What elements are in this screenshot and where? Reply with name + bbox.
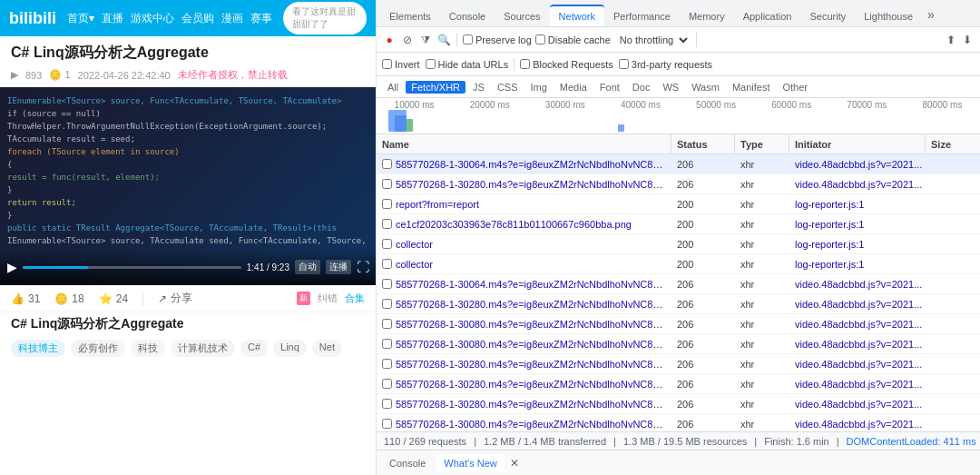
share-button[interactable]: ↗ 分享 [158, 291, 192, 306]
bilibili-logo[interactable]: bilibili [9, 9, 56, 28]
disable-cache-input[interactable] [535, 35, 545, 45]
row-checkbox[interactable] [382, 419, 392, 429]
more-tabs-icon[interactable]: » [922, 3, 940, 26]
tab-console[interactable]: Console [440, 6, 495, 26]
auto-tag[interactable]: 自动 [295, 260, 320, 274]
filter-ws[interactable]: WS [657, 81, 684, 94]
row-checkbox[interactable] [382, 339, 392, 349]
table-row[interactable]: 585770268-1-30280.m4s?e=ig8euxZM2rNcNbdl… [377, 294, 980, 314]
import-icon[interactable]: ⬆ [944, 33, 958, 47]
clear-button[interactable]: ⊘ [400, 33, 415, 47]
video-player[interactable]: IEnumerable<TSource> source, Func<TAccum… [0, 87, 377, 285]
preserve-log-input[interactable] [463, 35, 473, 45]
collection-link[interactable]: 合集 [345, 292, 365, 305]
filter-media[interactable]: Media [554, 81, 593, 94]
row-checkbox[interactable] [382, 159, 392, 169]
hide-data-urls-input[interactable] [426, 59, 436, 69]
table-row[interactable]: 585770268-1-30064.m4s?e=ig8euxZM2rNcNbdl… [377, 154, 980, 174]
like-action[interactable]: 👍 31 [11, 292, 40, 305]
filter-doc[interactable]: Doc [627, 81, 656, 94]
table-row[interactable]: collector 200 xhr log-reporter.js:1 [377, 234, 980, 254]
tab-sources[interactable]: Sources [495, 6, 549, 26]
nav-home[interactable]: 首页▾ [67, 11, 94, 26]
row-checkbox[interactable] [382, 279, 392, 289]
nav-live[interactable]: 直播 [102, 11, 123, 26]
row-checkbox[interactable] [382, 199, 392, 209]
table-row[interactable]: ce1cf20203c303963e78c811b01100667c960bba… [377, 214, 980, 234]
tag-cs[interactable]: 计算机技术 [171, 340, 235, 357]
filter-css[interactable]: CSS [492, 81, 524, 94]
initiator-link[interactable]: video.48adcbbd.js?v=2021... [795, 159, 922, 170]
third-party-checkbox[interactable]: 3rd-party requests [619, 59, 712, 70]
table-row[interactable]: 585770268-1-30080.m4s?e=ig8euxZM2rNcNbdl… [377, 334, 980, 354]
row-checkbox[interactable] [382, 259, 392, 269]
table-row[interactable]: 585770268-1-30280.m4s?e=ig8euxZM2rNcNbdl… [377, 354, 980, 374]
row-checkbox[interactable] [382, 219, 392, 229]
initiator-link[interactable]: video.48adcbbd.js?v=2021... [795, 279, 922, 290]
initiator-link[interactable]: log-reporter.js:1 [795, 259, 864, 270]
initiator-link[interactable]: video.48adcbbd.js?v=2021... [795, 359, 922, 370]
filter-fetch-xhr[interactable]: Fetch/XHR [406, 81, 466, 94]
initiator-link[interactable]: video.48adcbbd.js?v=2021... [795, 299, 922, 310]
filter-font[interactable]: Font [594, 81, 625, 94]
tag-csharp[interactable]: C# [240, 340, 268, 357]
nav-events[interactable]: 赛事 [250, 11, 272, 26]
table-row[interactable]: 585770268-1-30280.m4s?e=ig8euxZM2rNcNbdl… [377, 394, 980, 414]
tab-application[interactable]: Application [734, 6, 801, 26]
preserve-log-checkbox[interactable]: Preserve log [463, 35, 532, 45]
third-party-input[interactable] [619, 59, 629, 69]
initiator-link[interactable]: log-reporter.js:1 [795, 219, 864, 230]
export-icon[interactable]: ⬇ [960, 33, 975, 47]
close-bottom-tab-icon[interactable]: ✕ [508, 455, 521, 471]
nav-game[interactable]: 游戏中心 [131, 11, 174, 26]
tag-creator[interactable]: 必剪创作 [71, 340, 125, 357]
filter-button[interactable]: ⧩ [418, 33, 433, 47]
table-row[interactable]: report?from=report 200 xhr log-reporter.… [377, 194, 980, 214]
initiator-link[interactable]: video.48adcbbd.js?v=2021... [795, 399, 922, 410]
invert-input[interactable] [382, 59, 392, 69]
row-checkbox[interactable] [382, 359, 392, 369]
fullscreen-button[interactable]: ⛶ [357, 260, 369, 274]
tag-net[interactable]: Net [312, 340, 342, 357]
table-row[interactable]: 585770268-1-30064.m4s?e=ig8euxZM2rNcNbdl… [377, 274, 980, 294]
filter-img[interactable]: Img [525, 81, 553, 94]
initiator-link[interactable]: video.48adcbbd.js?v=2021... [795, 419, 922, 430]
initiator-link[interactable]: video.48adcbbd.js?v=2021... [795, 319, 922, 330]
initiator-link[interactable]: video.48adcbbd.js?v=2021... [795, 379, 922, 390]
tab-security[interactable]: Security [800, 6, 855, 26]
blocked-requests-checkbox[interactable]: Blocked Requests [520, 59, 613, 70]
coin-action[interactable]: 🪙 18 [54, 292, 83, 305]
playlist-tag[interactable]: 连播 [326, 260, 351, 274]
table-row[interactable]: 585770268-1-30280.m4s?e=ig8euxZM2rNcNbdl… [377, 374, 980, 394]
filter-manifest[interactable]: Manifest [727, 81, 776, 94]
table-row[interactable]: collector 200 xhr log-reporter.js:1 [377, 254, 980, 274]
hide-data-urls-checkbox[interactable]: Hide data URLs [426, 59, 509, 70]
table-row[interactable]: 585770268-1-30080.m4s?e=ig8euxZM2rNcNbdl… [377, 314, 980, 334]
bottom-tab-whats-new[interactable]: What's New [436, 454, 504, 472]
play-button[interactable]: ▶ [7, 260, 17, 274]
initiator-link[interactable]: video.48adcbbd.js?v=2021... [795, 339, 922, 350]
filter-all[interactable]: All [382, 81, 404, 94]
tab-network[interactable]: Network [550, 5, 604, 26]
row-checkbox[interactable] [382, 239, 392, 249]
filter-wasm[interactable]: Wasm [686, 81, 725, 94]
throttling-select[interactable]: No throttling Fast 3G Slow 3G Offline [614, 34, 691, 46]
tab-performance[interactable]: Performance [604, 6, 680, 26]
record-button[interactable]: ● [382, 33, 397, 47]
initiator-link[interactable]: video.48adcbbd.js?v=2021... [795, 179, 922, 190]
video-controls[interactable]: ▶ 1:41 / 9:23 自动 连播 ⛶ [0, 249, 377, 285]
tab-elements[interactable]: Elements [380, 6, 440, 26]
tag-tech[interactable]: 科技 [131, 340, 165, 357]
row-checkbox[interactable] [382, 299, 392, 309]
filter-js[interactable]: JS [467, 81, 490, 94]
filter-other[interactable]: Other [777, 81, 813, 94]
initiator-link[interactable]: log-reporter.js:1 [795, 239, 864, 250]
search-button[interactable]: 🔍 [436, 33, 451, 47]
row-checkbox[interactable] [382, 399, 392, 409]
tag-linq[interactable]: Linq [273, 340, 307, 357]
tab-lighthouse[interactable]: Lighthouse [855, 6, 922, 26]
blocked-requests-input[interactable] [520, 59, 530, 69]
header-search[interactable]: 看了这对真是甜甜甜了了 [283, 2, 367, 35]
row-checkbox[interactable] [382, 379, 392, 389]
progress-bar[interactable] [23, 266, 241, 269]
